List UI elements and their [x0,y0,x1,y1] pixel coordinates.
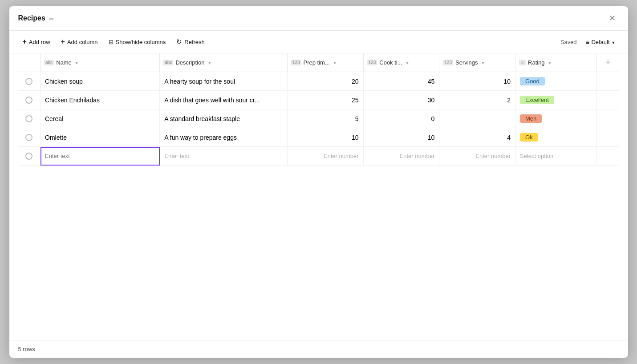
new-row-name-input[interactable] [45,153,155,159]
row-2-radio[interactable] [25,115,32,122]
th-description[interactable]: abc Description [160,53,288,72]
modal-title: Recipes [18,14,45,22]
row-3-rating-badge: Ok [520,133,538,142]
add-column-icon[interactable]: + [605,58,610,67]
th-cook-time[interactable]: 123 Cook ti... [363,53,439,72]
new-row-prep-cell[interactable]: Enter number [287,147,363,166]
plus-icon-2 [61,38,65,46]
row-1-servings[interactable]: 2 [439,91,515,109]
row-0-name[interactable]: Chicken soup [41,72,160,91]
row-3-extra [597,128,619,147]
row-3-servings[interactable]: 4 [439,128,515,147]
row-2-description[interactable]: A standard breakfast staple [160,109,288,128]
show-hide-label: Show/hide columns [116,39,166,45]
row-0-rating[interactable]: Good [515,72,597,91]
th-add-column[interactable]: + [597,53,619,72]
cook-sort-icon[interactable] [406,60,410,65]
th-name[interactable]: abc Name [41,53,160,72]
row-3-radio[interactable] [25,134,32,141]
servings-sort-icon[interactable] [481,60,485,65]
name-sort-icon[interactable] [75,60,79,65]
saved-label: Saved [560,39,577,45]
row-0-servings[interactable]: 10 [439,72,515,91]
refresh-label: Refresh [184,39,205,45]
show-hide-button[interactable]: Show/hide columns [104,36,170,48]
refresh-button[interactable]: Refresh [172,35,209,49]
new-row-cook-placeholder: Enter number [400,153,435,159]
row-1-cook-time[interactable]: 30 [363,91,439,109]
row-1-checkbox [18,91,41,109]
row-1-radio[interactable] [25,97,32,104]
close-button[interactable] [605,12,619,25]
close-icon [609,14,616,23]
new-row-prep-placeholder: Enter number [324,153,359,159]
table-row: OmletteA fun way to prepare eggs10104Ok [18,128,619,147]
row-2-rating-badge: Meh [520,114,542,123]
cook-col-icon: 123 [367,60,377,65]
new-row-name-cell[interactable] [41,147,160,166]
desc-col-icon: abc [163,60,173,65]
row-2-cook-time[interactable]: 0 [363,109,439,128]
row-0-prep-time[interactable]: 20 [287,72,363,91]
row-0-description[interactable]: A hearty soup for the soul [160,72,288,91]
th-rating-label: Rating [528,59,545,66]
add-row-button[interactable]: Add row [18,35,55,49]
add-row-label: Add row [29,39,50,45]
row-3-rating[interactable]: Ok [515,128,597,147]
row-3-description[interactable]: A fun way to prepare eggs [160,128,288,147]
row-0-cook-time[interactable]: 45 [363,72,439,91]
add-column-label: Add column [67,39,98,45]
edit-title-icon[interactable] [49,15,54,22]
desc-sort-icon[interactable] [207,60,211,65]
default-label: Default [591,39,609,45]
row-2-rating[interactable]: Meh [515,109,597,128]
row-1-description[interactable]: A dish that goes well with sour cr... [160,91,288,109]
new-row-rating-cell[interactable]: Select option [515,147,597,166]
new-row-servings-cell[interactable]: Enter number [439,147,515,166]
th-cook-label: Cook ti... [379,59,402,66]
table-container: abc Name abc Description [9,53,628,340]
new-row: Enter textEnter numberEnter numberEnter … [18,147,619,166]
table-header-row: abc Name abc Description [18,53,619,72]
plus-icon [23,38,27,46]
th-prep-time[interactable]: 123 Prep tim... [287,53,363,72]
default-view-button[interactable]: Default [582,36,619,48]
row-2-servings[interactable] [439,109,515,128]
refresh-icon [176,38,182,46]
th-name-label: Name [56,59,72,66]
rating-col-icon: ☆ [519,60,526,65]
table-row: Chicken soupA hearty soup for the soul20… [18,72,619,91]
row-1-rating[interactable]: Excellent [515,91,597,109]
table-row: CerealA standard breakfast staple50Meh [18,109,619,128]
prep-sort-icon[interactable] [333,60,337,65]
rating-sort-icon[interactable] [548,60,552,65]
row-count-label: 5 rows [18,346,35,352]
th-checkbox [18,53,41,72]
th-servings[interactable]: 123 Servings [439,53,515,72]
new-row-servings-placeholder: Enter number [475,153,511,159]
new-row-checkbox [18,147,41,166]
new-row-desc-placeholder: Enter text [164,153,189,159]
recipes-table: abc Name abc Description [18,53,619,166]
add-column-button[interactable]: Add column [57,35,102,49]
new-row-desc-cell[interactable]: Enter text [160,147,288,166]
new-row-extra [597,147,619,166]
row-3-name[interactable]: Omlette [41,128,160,147]
row-2-checkbox [18,109,41,128]
new-row-radio[interactable] [25,153,32,160]
new-row-cook-cell[interactable]: Enter number [363,147,439,166]
row-2-prep-time[interactable]: 5 [287,109,363,128]
toolbar: Add row Add column Show/hide columns Ref… [9,31,628,53]
th-servings-label: Servings [455,59,478,66]
row-1-name[interactable]: Chicken Enchiladas [41,91,160,109]
toolbar-right: Saved Default [560,36,619,48]
row-3-prep-time[interactable]: 10 [287,128,363,147]
prep-col-icon: 123 [291,60,301,65]
row-3-cook-time[interactable]: 10 [363,128,439,147]
row-0-rating-badge: Good [520,77,545,85]
row-1-prep-time[interactable]: 25 [287,91,363,109]
th-prep-label: Prep tim... [304,59,330,66]
row-0-radio[interactable] [25,78,32,85]
row-2-name[interactable]: Cereal [41,109,160,128]
th-rating[interactable]: ☆ Rating [515,53,597,72]
